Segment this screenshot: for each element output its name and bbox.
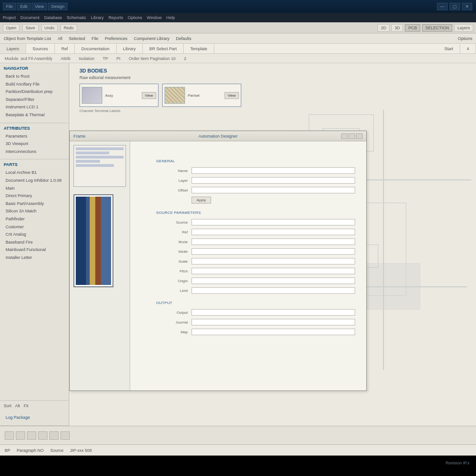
mode-input[interactable] (192, 238, 355, 245)
tab-documentation[interactable]: Documentation (75, 44, 117, 53)
filter-item[interactable]: PI (117, 56, 121, 61)
tab-sources[interactable]: Sources (26, 44, 55, 53)
window-close-icon[interactable]: ✕ (462, 3, 472, 10)
sidebar-item[interactable]: Pathfinder (4, 215, 65, 223)
menu-item[interactable]: Options (128, 15, 142, 20)
ref-input[interactable] (192, 229, 355, 235)
menu-item[interactable]: Document (20, 15, 40, 20)
sidebar-item[interactable]: Interconnections (4, 148, 65, 156)
sidebar-item[interactable]: Main (4, 185, 65, 192)
ribbon-item[interactable]: Options (458, 36, 472, 41)
open-button[interactable]: Open (3, 24, 20, 32)
menu-item[interactable]: Help (166, 15, 175, 20)
tab-select-part[interactable]: BR Select Part (143, 44, 184, 53)
nav-thumbnail[interactable] (73, 145, 126, 187)
sidebar-item[interactable]: Baseplate & Thermal (4, 111, 65, 119)
sidebar-item[interactable]: 3D Viewport (4, 140, 65, 148)
ribbon-item[interactable]: Component Library (134, 36, 170, 41)
ribbon-item[interactable]: All (58, 36, 62, 41)
map-input[interactable] (192, 329, 355, 335)
footer-tool-icon[interactable] (16, 431, 25, 440)
filter-item[interactable]: 2 (184, 56, 186, 61)
layer-input[interactable] (192, 177, 355, 184)
sidebar-item[interactable]: Customer (4, 223, 65, 231)
undo-button[interactable]: Undo (41, 24, 58, 32)
footer-tool-icon[interactable] (49, 431, 59, 440)
tab-extra[interactable]: 4 (460, 44, 476, 53)
origin-input[interactable] (192, 278, 355, 284)
menu-item[interactable]: Database (44, 15, 62, 20)
sidebar-item[interactable]: Silicon 3A Match (4, 207, 65, 215)
preview-card[interactable]: Partset View (162, 84, 241, 107)
filter-item[interactable]: Order Item Pagination 10 (129, 56, 176, 61)
name-input[interactable] (192, 167, 355, 174)
width-input[interactable] (192, 248, 355, 255)
title-tab[interactable]: View (32, 3, 47, 10)
sidebar-item[interactable]: Direct Primary (4, 192, 65, 200)
filter-item[interactable]: Attrib (61, 56, 71, 61)
pcb-preview-image[interactable] (73, 194, 113, 287)
sidebar-item[interactable]: Basic Part/Assembly (4, 200, 65, 208)
alt-button[interactable]: Alt (15, 403, 20, 408)
footer-tool-icon[interactable] (5, 431, 14, 440)
tab-library[interactable]: Library (117, 44, 143, 53)
dialog-min-icon[interactable] (341, 133, 348, 139)
preview-card[interactable]: Assy View (79, 84, 159, 107)
tab-ref[interactable]: Ref (55, 44, 75, 53)
menu-item[interactable]: Schematic (67, 15, 86, 20)
apply-button[interactable]: Apply (192, 197, 211, 204)
sidebar-link[interactable]: Log Package (4, 414, 65, 422)
dialog-close-icon[interactable] (356, 133, 363, 139)
view-2d-button[interactable]: 2D (377, 24, 390, 32)
tab-layers[interactable]: Layers (0, 44, 26, 53)
sidebar-item[interactable]: Separator/Filter (4, 96, 65, 104)
dialog-max-icon[interactable] (349, 133, 355, 139)
sidebar-item[interactable]: Instrument LCD 1 (4, 103, 65, 111)
sidebar-item[interactable]: Parameters (4, 132, 65, 140)
source-input[interactable] (192, 219, 355, 225)
title-tab[interactable]: Design (48, 3, 67, 10)
title-tab[interactable]: Edit (17, 3, 31, 10)
menu-item[interactable]: Window (147, 15, 162, 20)
ribbon-item[interactable]: Defaults (176, 36, 192, 41)
footer-tool-icon[interactable] (60, 431, 70, 440)
window-max-icon[interactable]: ▢ (450, 3, 460, 10)
selection-button[interactable]: SELECTION (422, 24, 452, 32)
menu-item[interactable]: Reports (108, 15, 123, 20)
ribbon-item[interactable]: Selected (69, 36, 85, 41)
fit-button[interactable]: Fit (24, 403, 28, 408)
menu-item[interactable]: Library (91, 15, 104, 20)
view-3d-button[interactable]: 3D (391, 24, 403, 32)
view-pcb-button[interactable]: PCB (405, 24, 420, 32)
sidebar-item[interactable]: Document Log Inhibitor 1.0.08 (4, 177, 65, 185)
preview-view-button[interactable]: View (225, 92, 239, 99)
dialog-tab[interactable]: Frame (73, 134, 86, 139)
sidebar-item[interactable]: Crit Analog (4, 231, 65, 238)
menu-item[interactable]: Project (3, 15, 16, 20)
ribbon-item[interactable]: Preferences (105, 36, 127, 41)
footer-tool-icon[interactable] (27, 431, 36, 440)
window-min-icon[interactable]: — (437, 3, 448, 10)
dialog-titlebar[interactable]: Frame Automation Designer (70, 131, 366, 141)
sidebar-item[interactable]: Partition/Distribution prep (4, 88, 65, 96)
filter-item[interactable]: TP (103, 56, 108, 61)
journal-input[interactable] (192, 319, 355, 325)
sort-button[interactable]: Sort (4, 403, 12, 408)
footer-tool-icon[interactable] (38, 431, 47, 440)
tab-template[interactable]: Template (184, 44, 214, 53)
offset-input[interactable] (192, 187, 355, 193)
output-input[interactable] (192, 309, 355, 316)
sidebar-item[interactable]: Back to Root (4, 73, 65, 80)
limit-input[interactable] (192, 287, 355, 294)
pitch-input[interactable] (192, 268, 355, 274)
sidebar-item[interactable]: Local Archive B1 (4, 169, 65, 177)
sidebar-item[interactable]: Baseband Fire (4, 238, 65, 246)
sidebar-item[interactable]: Mainboard Functional (4, 246, 65, 254)
sidebar-item[interactable]: Build Ancillary File (4, 80, 65, 88)
sidebar-item[interactable]: Installer Letter (4, 254, 65, 262)
redo-button[interactable]: Redo (60, 24, 77, 32)
save-button[interactable]: Save (22, 24, 39, 32)
filter-item[interactable]: Isolation (79, 56, 95, 61)
layers-button[interactable]: Layers (454, 24, 473, 32)
title-tab[interactable]: File (3, 3, 16, 10)
